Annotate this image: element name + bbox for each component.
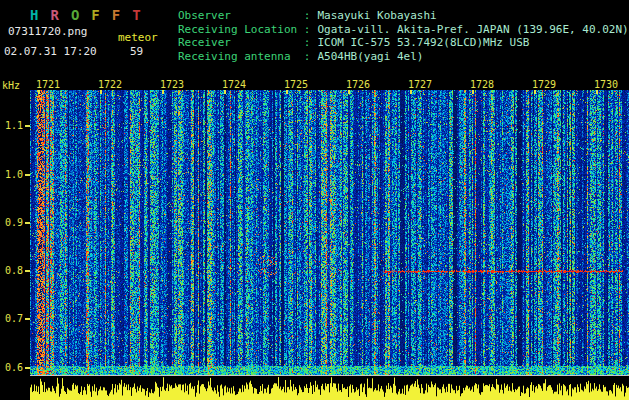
frequency-tick-label: 0.8	[0, 265, 23, 276]
info-label: Receiving Location	[178, 23, 304, 37]
frequency-tick-label: 0.9	[0, 217, 23, 228]
time-tick-label: 1730	[594, 79, 618, 90]
info-value: ICOM IC-575 53.7492(8LCD)MHz USB	[317, 36, 529, 49]
app-title-letter: H	[30, 7, 38, 23]
frequency-unit-label: kHz	[2, 80, 20, 91]
time-tick-label: 1727	[408, 79, 432, 90]
frequency-tick-label: 1.1	[0, 120, 23, 131]
info-value: Ogata-vill. Akita-Pref. JAPAN (139.96E, …	[317, 23, 628, 36]
frequency-axis: kHz 1.11.00.90.80.70.6	[0, 0, 30, 400]
signal-level-meter	[30, 377, 629, 400]
hrofft-window: HROFFT 07311720.png meteor 02.07.31 17:2…	[0, 0, 629, 400]
info-row-receiver: Receiver:ICOM IC-575 53.7492(8LCD)MHz US…	[178, 36, 629, 50]
station-info: Observer:Masayuki Kobayashi Receiving Lo…	[178, 9, 629, 63]
time-tick-label: 1728	[470, 79, 494, 90]
info-value: A504HB(yagi 4el)	[317, 50, 423, 63]
info-label: Receiver	[178, 36, 304, 50]
info-label: Receiving antenna	[178, 50, 304, 64]
time-tick-label: 1721	[36, 79, 60, 90]
info-row-location: Receiving Location:Ogata-vill. Akita-Pre…	[178, 23, 629, 37]
info-separator: :	[304, 36, 311, 49]
info-value: Masayuki Kobayashi	[317, 9, 436, 22]
time-tick-label: 1725	[284, 79, 308, 90]
app-title-letter: O	[71, 7, 79, 23]
info-separator: :	[304, 23, 311, 36]
time-tick-label: 1723	[160, 79, 184, 90]
time-tick-label: 1726	[346, 79, 370, 90]
info-row-observer: Observer:Masayuki Kobayashi	[178, 9, 629, 23]
frequency-tick-label: 1.0	[0, 169, 23, 180]
level-meter-divider	[30, 375, 629, 376]
info-row-antenna: Receiving antenna:A504HB(yagi 4el)	[178, 50, 629, 64]
info-separator: :	[304, 9, 311, 22]
time-tick-label: 1729	[532, 79, 556, 90]
meteor-count: 59	[130, 45, 143, 58]
frequency-tick-label: 0.6	[0, 362, 23, 373]
mode-label: meteor	[118, 31, 158, 44]
frequency-tick-label: 0.7	[0, 313, 23, 324]
header-bar: HROFFT 07311720.png meteor 02.07.31 17:2…	[0, 0, 629, 78]
app-title-letter: F	[91, 7, 99, 23]
app-title: HROFFT	[30, 7, 153, 23]
info-label: Observer	[178, 9, 304, 23]
app-title-letter: R	[50, 7, 58, 23]
time-tick-label: 1724	[222, 79, 246, 90]
info-separator: :	[304, 50, 311, 63]
app-title-letter: T	[132, 7, 140, 23]
app-title-letter: F	[112, 7, 120, 23]
spectrogram-canvas	[30, 90, 629, 375]
time-axis: 1721172217231724172517261727172817291730	[0, 79, 629, 90]
time-tick-label: 1722	[98, 79, 122, 90]
